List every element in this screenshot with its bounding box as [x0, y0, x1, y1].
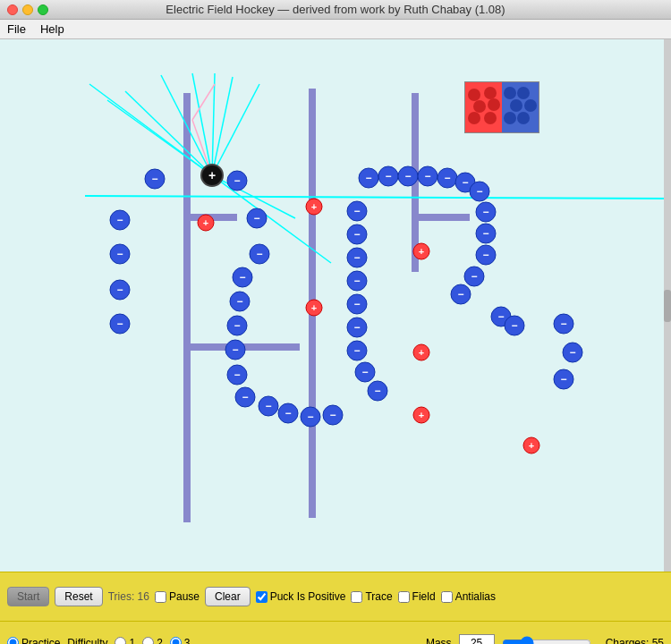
antialias-label[interactable]: Antialias: [441, 590, 496, 603]
svg-text:−: −: [482, 249, 488, 261]
svg-point-127: [504, 87, 516, 99]
svg-point-122: [473, 100, 486, 113]
difficulty-3-radio[interactable]: [170, 637, 182, 644]
difficulty-1-radio[interactable]: [115, 637, 126, 644]
svg-text:+: +: [419, 246, 424, 257]
antialias-text: Antialias: [455, 590, 496, 603]
difficulty-2-label[interactable]: 2: [142, 637, 163, 645]
svg-text:−: −: [234, 319, 240, 332]
svg-text:+: +: [203, 217, 208, 228]
svg-text:−: −: [353, 344, 360, 357]
svg-text:+: +: [208, 168, 216, 182]
difficulty-2-radio[interactable]: [142, 637, 154, 644]
svg-text:+: +: [311, 302, 317, 313]
svg-text:−: −: [385, 170, 391, 182]
field-checkbox[interactable]: [398, 591, 410, 603]
antialias-checkbox[interactable]: [441, 591, 453, 603]
svg-text:−: −: [353, 298, 360, 310]
titlebar: Electric Field Hockey — derived from wor…: [0, 0, 671, 20]
controls-bar: Start Reset Tries: 16 Pause Clear Puck I…: [0, 572, 671, 621]
puck-positive-checkbox[interactable]: [256, 591, 268, 603]
svg-text:−: −: [307, 411, 313, 423]
close-button[interactable]: [7, 4, 18, 15]
difficulty-3-text: 3: [184, 637, 191, 645]
menu-file[interactable]: File: [7, 22, 26, 36]
pause-label: Pause: [169, 590, 200, 603]
svg-text:−: −: [116, 248, 123, 260]
maximize-button[interactable]: [38, 4, 48, 15]
svg-text:−: −: [329, 409, 336, 421]
game-canvas: − − − − − − − − − − − − − − − − −: [0, 39, 671, 572]
traffic-lights: [7, 4, 48, 15]
svg-text:−: −: [234, 174, 240, 187]
svg-text:−: −: [361, 366, 368, 378]
mass-slider[interactable]: [502, 636, 591, 645]
game-area[interactable]: − − − − − − − − − − − − − − − − −: [0, 39, 671, 572]
svg-text:−: −: [232, 343, 238, 356]
svg-text:−: −: [457, 288, 463, 301]
trace-checkbox[interactable]: [351, 591, 362, 603]
puck-positive-label[interactable]: Puck Is Positive: [256, 590, 346, 603]
tries-label: Tries: 16: [108, 590, 149, 603]
menu-help[interactable]: Help: [40, 22, 64, 36]
svg-point-123: [488, 98, 500, 111]
start-button[interactable]: Start: [7, 587, 49, 606]
svg-text:−: −: [424, 170, 430, 182]
svg-text:+: +: [529, 440, 534, 451]
pause-checkbox[interactable]: [155, 591, 166, 603]
svg-point-121: [484, 87, 497, 99]
svg-text:−: −: [511, 319, 517, 332]
svg-text:−: −: [482, 206, 488, 218]
difficulty-2-text: 2: [157, 637, 163, 645]
difficulty-3-label[interactable]: 3: [170, 637, 191, 645]
svg-text:+: +: [419, 347, 424, 358]
svg-text:−: −: [462, 176, 468, 189]
svg-text:−: −: [353, 205, 360, 217]
svg-text:−: −: [285, 407, 291, 419]
svg-text:−: −: [560, 318, 566, 330]
svg-point-124: [468, 112, 480, 124]
trace-text: Trace: [365, 590, 392, 603]
svg-text:−: −: [239, 271, 245, 284]
svg-text:−: −: [374, 385, 380, 397]
menubar: File Help: [0, 20, 671, 39]
difficulty-label: Difficulty: [67, 637, 107, 645]
svg-text:−: −: [234, 369, 240, 381]
svg-text:−: −: [353, 321, 360, 334]
difficulty-1-text: 1: [129, 637, 135, 645]
field-text: Field: [412, 590, 436, 603]
svg-text:−: −: [560, 373, 566, 386]
svg-text:−: −: [253, 212, 259, 225]
svg-text:−: −: [365, 172, 371, 184]
svg-rect-0: [0, 39, 671, 572]
trace-label[interactable]: Trace: [351, 590, 392, 603]
svg-point-132: [524, 99, 537, 112]
svg-point-131: [517, 112, 530, 124]
minimize-button[interactable]: [22, 4, 33, 15]
svg-text:−: −: [476, 185, 482, 198]
svg-text:−: −: [116, 214, 123, 226]
goal-bar-right-h1: [412, 214, 470, 221]
mass-label: Mass: [426, 637, 452, 645]
svg-text:−: −: [236, 295, 242, 308]
svg-text:−: −: [116, 284, 123, 296]
svg-text:−: −: [353, 251, 360, 264]
svg-point-128: [517, 87, 530, 99]
pause-checkbox-label[interactable]: Pause: [155, 590, 200, 603]
svg-text:−: −: [404, 170, 411, 182]
mass-input[interactable]: 25: [459, 634, 495, 645]
puck-positive-text: Puck Is Positive: [270, 590, 346, 603]
charges-label: Charges: 55: [606, 637, 664, 645]
svg-text:−: −: [482, 227, 488, 240]
reset-button[interactable]: Reset: [55, 587, 102, 606]
difficulty-1-label[interactable]: 1: [115, 637, 135, 645]
svg-text:−: −: [242, 391, 248, 403]
clear-button[interactable]: Clear: [205, 587, 251, 606]
practice-radio-label[interactable]: Practice: [7, 637, 60, 645]
practice-radio[interactable]: [7, 637, 19, 644]
svg-text:−: −: [569, 346, 575, 359]
svg-text:+: +: [419, 410, 424, 420]
infobar: Practice Difficulty 1 2 3 Mass 25 Charge…: [0, 621, 671, 644]
window-title: Electric Field Hockey — derived from wor…: [166, 3, 505, 16]
field-label[interactable]: Field: [398, 590, 436, 603]
